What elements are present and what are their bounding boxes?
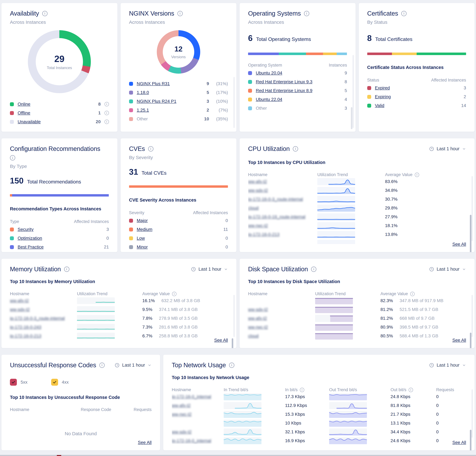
info-icon[interactable]	[104, 102, 109, 106]
info-icon[interactable]	[148, 146, 153, 152]
info-icon[interactable]	[99, 363, 105, 368]
info-icon[interactable]	[64, 267, 69, 272]
checkbox-5xx[interactable]	[10, 379, 17, 386]
os-link[interactable]: Red Hat Enterprise Linux 8.9	[256, 88, 313, 93]
severity-link-low[interactable]: Low	[137, 236, 145, 241]
scrollbar-track[interactable]	[471, 295, 473, 337]
os-link[interactable]: Red Hat Enterprise Linux 9.3	[256, 79, 313, 84]
hostname-link[interactable]: cloud	[248, 205, 314, 211]
severity-swatch	[129, 236, 133, 240]
hostname-link[interactable]: ww-sdx-t2	[10, 307, 74, 312]
list-item: Red Hat Enterprise Linux 8.9 5	[248, 86, 347, 95]
severity-link-medium[interactable]: Medium	[137, 227, 153, 232]
status-link-expired[interactable]: Expired	[375, 85, 390, 91]
status-swatch	[10, 102, 14, 106]
info-icon[interactable]	[410, 292, 415, 296]
hostname-link[interactable]: ww-sdx-t2	[248, 188, 314, 193]
hostname-link[interactable]: ip-172-16-0-213	[10, 333, 74, 338]
legend-link-offline[interactable]: Offline	[18, 110, 30, 116]
legend-count: 9	[206, 81, 209, 86]
time-range-selector[interactable]: Last 1 hour	[115, 363, 152, 368]
hostname-link[interactable]: ww-rwc-t2	[248, 223, 314, 228]
out-trend-sparkline	[329, 411, 367, 418]
scrollbar-thumb[interactable]	[470, 430, 471, 450]
legend-link-version[interactable]: 1.25.1	[137, 108, 149, 113]
scrollbar-track[interactable]	[471, 176, 473, 241]
average-value: 81.2%	[381, 307, 393, 312]
info-icon[interactable]	[409, 388, 413, 392]
status-link-expiring[interactable]: Expiring	[375, 94, 391, 99]
time-range-selector[interactable]: Last 1 hour	[429, 146, 466, 151]
os-link[interactable]: Ubuntu 20.04	[256, 70, 282, 76]
legend-link-online[interactable]: Online	[18, 102, 30, 107]
hostname-link[interactable]: ip-172-16-0_internal	[172, 394, 221, 399]
hostname-link[interactable]: ww-afx-t2	[248, 316, 312, 321]
network-rows: ip-172-16-0_internal 17.3 Kbps 24.8 Kbps…	[172, 392, 466, 444]
hostname-link[interactable]: ip-172-16-0-3_route-internal	[10, 316, 74, 321]
hostname-link[interactable]: ww-sdx-t2	[172, 429, 221, 434]
scrollbar-thumb[interactable]	[470, 333, 471, 348]
info-icon[interactable]	[10, 155, 15, 160]
info-icon[interactable]	[415, 173, 419, 177]
scrollbar-thumb[interactable]	[470, 215, 471, 252]
hostname-link[interactable]: ww-sdx-t2	[248, 307, 312, 312]
legend-count: 5	[206, 90, 209, 95]
time-range-selector[interactable]: Last 1 hour	[429, 363, 466, 368]
hostname-link[interactable]: ww-rwc-t2	[248, 325, 312, 330]
severity-link-minor[interactable]: Minor	[137, 245, 148, 250]
severity-link-major[interactable]: Major	[137, 218, 148, 223]
disk-size: 347.8 MB of 917.9 MB	[400, 298, 443, 303]
hostname-link[interactable]: ip-172-16-0-3_route-internal	[248, 197, 314, 202]
see-all-link[interactable]: See All	[214, 338, 228, 343]
type-link-security[interactable]: Security	[18, 227, 34, 232]
legend-link-unavailable[interactable]: Unavailable	[18, 119, 41, 124]
see-all-link[interactable]: See All	[452, 242, 466, 247]
legend-link-version[interactable]: 1.18.0	[137, 90, 149, 95]
time-range-selector[interactable]: Last 1 hour	[191, 267, 228, 272]
checkbox-4xx[interactable]	[51, 379, 58, 386]
hostname-link[interactable]: ip-172-16-0-19_route-internal	[248, 214, 314, 219]
info-icon[interactable]	[172, 292, 177, 296]
scrollbar-track[interactable]	[233, 295, 235, 337]
type-link-optimization[interactable]: Optimization	[18, 236, 42, 241]
info-icon[interactable]	[401, 11, 407, 16]
legend-link-version[interactable]: NGINX Plus R31	[137, 81, 170, 86]
in-value: 16.9 Kbps	[285, 438, 305, 443]
type-link-best-practice[interactable]: Best Practice	[18, 245, 44, 250]
scrollbar-thumb[interactable]	[351, 107, 352, 129]
status-link-valid[interactable]: Valid	[375, 103, 384, 108]
hostname-link[interactable]: cloud	[248, 333, 312, 338]
list-item: Expired 3	[367, 84, 466, 92]
memory-sparkline	[77, 315, 115, 322]
table-row: ww-sdx-t2 9.5%374.1 MB of 3.8 GB	[10, 305, 228, 314]
hostname-link[interactable]: ip-172-16-0-213	[248, 232, 314, 237]
cpu-sparkline	[317, 231, 355, 238]
hostname-link[interactable]: ww-afx-t2	[172, 403, 221, 408]
info-icon[interactable]	[300, 388, 304, 392]
scrollbar-track[interactable]	[471, 389, 473, 438]
scrollbar-track[interactable]	[352, 55, 354, 128]
hostname-link[interactable]: ww-rwc-t2	[172, 412, 221, 417]
info-icon[interactable]	[293, 146, 298, 152]
see-all-link[interactable]: See All	[452, 338, 466, 343]
hostname-link[interactable]: ww-afx-t2	[10, 298, 74, 303]
scrollbar-thumb[interactable]	[232, 338, 233, 348]
info-icon[interactable]	[304, 11, 309, 16]
info-icon[interactable]	[42, 11, 48, 16]
time-range-selector[interactable]: Last 1 hour	[429, 267, 466, 272]
see-all-link[interactable]: See All	[452, 440, 466, 445]
os-link[interactable]: Ubuntu 22.04	[256, 97, 282, 102]
see-all-link[interactable]: See All	[138, 440, 152, 445]
legend-link-version[interactable]: NGINX Plus R24 P1	[137, 99, 177, 104]
hostname-link[interactable]: ip-172-16-0_internal	[172, 438, 221, 443]
hostname-link[interactable]: ww-afx-t2	[248, 179, 314, 184]
info-icon[interactable]	[177, 11, 183, 16]
info-icon[interactable]	[311, 267, 316, 272]
info-icon[interactable]	[229, 363, 234, 368]
info-icon[interactable]	[104, 111, 109, 115]
hostname-link[interactable]: ip-172-16-0-243	[10, 325, 74, 330]
scrollbar-track[interactable]	[233, 77, 235, 128]
no-data-message: No Data Found	[10, 431, 152, 436]
info-icon[interactable]	[104, 120, 109, 124]
section-title: Top 10 Instances by Network Usage	[172, 375, 466, 380]
